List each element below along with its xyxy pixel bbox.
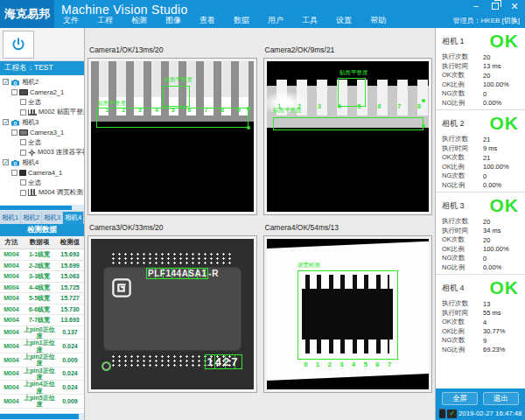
camera-icon <box>10 159 20 166</box>
tab-camera1[interactable]: 相机1 <box>0 212 21 224</box>
stat-label: 执行时间 <box>442 62 483 71</box>
chip-marking-text: PLF144ASA1-R <box>146 269 219 278</box>
cell-value: 0.009 <box>56 357 84 363</box>
stat-value: 30.77% <box>483 327 505 335</box>
power-icon <box>10 37 26 52</box>
checkbox[interactable] <box>20 179 26 186</box>
menu-settings[interactable]: 设置 <box>336 15 352 26</box>
ocr-digit-boxes: 1427 <box>205 354 242 369</box>
stat-camera-name: 相机 3 <box>442 200 465 212</box>
tree-item-label: 全选 <box>28 138 41 147</box>
tree-item-camera3[interactable]: 相机3 <box>0 117 84 128</box>
close-icon[interactable]: × <box>509 2 520 11</box>
checkbox-checked[interactable] <box>3 119 9 125</box>
status-badge: OK <box>490 115 520 132</box>
menu-image[interactable]: 图像 <box>165 15 181 26</box>
tree-item-label: Camera4_1 <box>28 169 62 177</box>
menu-view[interactable]: 查看 <box>200 15 215 26</box>
menu-help[interactable]: 帮助 <box>370 15 386 26</box>
checkbox-checked[interactable] <box>3 159 9 165</box>
checkbox-checked[interactable] <box>3 79 9 85</box>
status-check-icon: ✓ <box>447 410 457 418</box>
tree-item-select-all[interactable]: 全选 <box>0 97 84 108</box>
cell-method: M004 <box>0 262 23 269</box>
cell-value: 15.730 <box>56 306 84 312</box>
checkbox[interactable] <box>20 99 26 105</box>
checkbox[interactable] <box>20 109 26 116</box>
menu-inspect[interactable]: 检测 <box>131 15 147 26</box>
tree-item-m002[interactable]: M002 贴面平整度 <box>0 108 84 118</box>
tab-camera3[interactable]: 相机3 <box>42 212 63 224</box>
switch-user-link[interactable]: [切换] <box>502 17 520 24</box>
clock-timestamp: 2019-02-27 16:47:48 <box>458 410 522 417</box>
camera-viewport-area: Camera1/OK/13ms/20 1 2 3 4 5 6 7 8 9 贴面平… <box>85 28 435 420</box>
tree-item-camera3-1[interactable]: Camera3_1 <box>0 128 84 138</box>
exit-button[interactable]: 退出 <box>483 392 519 405</box>
table-horizontal-scrollbar[interactable] <box>0 413 84 420</box>
tree-item-select-all[interactable]: 全选 <box>0 178 84 188</box>
checkbox[interactable] <box>11 130 18 136</box>
chip-marking-suffix: -R <box>208 269 219 278</box>
scrollbar-thumb[interactable] <box>0 206 72 210</box>
vision-label: 贴面平整度 <box>340 69 368 77</box>
menu-project[interactable]: 工程 <box>97 15 113 26</box>
checkbox[interactable] <box>20 139 26 145</box>
restore-icon[interactable] <box>490 2 500 11</box>
table-row: M0043-3线宽15.063 <box>0 271 84 283</box>
stat-value: 21 <box>483 136 490 144</box>
tree-item-camera4[interactable]: 相机4 <box>0 158 84 168</box>
stat-label: OK比例 <box>442 327 483 336</box>
tree-horizontal-scrollbar[interactable] <box>0 205 84 211</box>
menu-bar: 文件 工程 检测 图像 查看 数据 用户 工具 设置 帮助 <box>63 15 386 26</box>
image-icon <box>19 170 26 176</box>
tree-item-m003[interactable]: M003 连接器字符 <box>0 148 84 158</box>
checkbox[interactable] <box>20 190 26 196</box>
tree-item-select-all[interactable]: 全选 <box>0 137 84 148</box>
stat-label: 执行次数 <box>442 217 483 226</box>
vision-label: 贴面平整度 <box>97 100 126 108</box>
camera1-panel: 1 2 3 4 5 6 7 8 9 贴面平整度 贴面平整度 <box>88 58 257 215</box>
stat-value: 4 <box>483 318 486 326</box>
stat-label: NG比例 <box>442 99 483 108</box>
cell-item: 上pin0正位度 <box>23 326 56 340</box>
stat-label: 执行次数 <box>442 52 483 61</box>
tree-item-camera2-1[interactable]: Camera2_1 <box>0 88 84 98</box>
camera4-block: Camera4/OK/54ms/13 调宽检测 0 1 2 3 4 5 6 7 <box>263 215 433 393</box>
cell-method: M004 <box>0 317 23 323</box>
checkbox[interactable] <box>11 170 18 176</box>
cell-item: 5-5线宽 <box>23 295 56 301</box>
tree-item-camera4-1[interactable]: Camera4_1 <box>0 168 84 178</box>
stat-value: 20 <box>483 53 490 61</box>
tree-item-label: 全选 <box>28 178 41 187</box>
tree-item-camera2[interactable]: 相机2 <box>0 77 84 88</box>
tab-camera2[interactable]: 相机2 <box>21 212 42 224</box>
cell-item: 上pin4正位度 <box>23 381 56 394</box>
power-button[interactable] <box>3 31 34 59</box>
scrollbar-thumb[interactable] <box>0 414 79 419</box>
image-icon <box>19 130 28 136</box>
tab-camera4-active[interactable]: 相机4 <box>63 212 84 224</box>
admin-info: 管理员：HKEB [切换] <box>453 16 520 25</box>
cell-value: 15.699 <box>56 262 84 269</box>
menu-user[interactable]: 用户 <box>268 15 284 26</box>
camera2-panel: 1 2 3 4 5 6 7 8 贴面平整度 贴面平整度 <box>263 58 433 215</box>
cell-method: M004 <box>0 306 23 312</box>
stat-label: NG次数 <box>442 172 483 180</box>
vision-sub-rect <box>163 86 191 107</box>
fullscreen-button[interactable]: 全屏 <box>442 392 478 405</box>
cell-value: 0.009 <box>56 398 84 404</box>
minimize-icon[interactable]: − <box>471 2 481 11</box>
checkbox[interactable] <box>20 150 26 156</box>
tree-item-m004[interactable]: M004 调宽检测 <box>0 188 84 199</box>
vision-roi-rect <box>273 117 424 130</box>
detection-data-title: 检测数据 <box>0 224 84 236</box>
table-row: M004上pin2正位度0.009 <box>0 354 84 368</box>
menu-file[interactable]: 文件 <box>63 15 79 26</box>
stat-value: 13 ms <box>483 62 500 70</box>
stat-value: 55 ms <box>483 309 500 317</box>
menu-data[interactable]: 数据 <box>234 15 249 26</box>
stat-label: NG次数 <box>442 89 483 98</box>
menu-tools[interactable]: 工具 <box>302 15 318 26</box>
cell-item: 7-7线宽 <box>23 317 56 323</box>
checkbox[interactable] <box>11 89 18 95</box>
